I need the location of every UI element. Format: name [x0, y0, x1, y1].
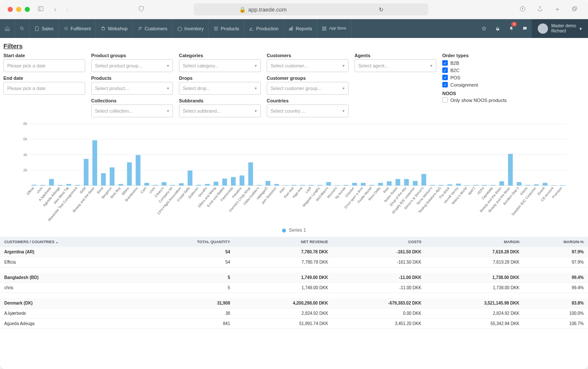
bar[interactable]: [361, 183, 366, 186]
order-type-checkbox-consignment[interactable]: ✓: [442, 82, 448, 87]
bar[interactable]: [300, 185, 305, 186]
bar[interactable]: [179, 183, 184, 186]
bar[interactable]: [378, 183, 383, 186]
sidebar-toggle-icon[interactable]: [35, 4, 46, 15]
bar[interactable]: [447, 184, 452, 186]
table-row[interactable]: A.kjærbede382,824.92 DKK0.00 DKK2,824.92…: [0, 308, 588, 319]
product-groups-select[interactable]: Select product group...: [91, 59, 173, 72]
bell-icon[interactable]: 3: [504, 19, 518, 38]
download-icon[interactable]: [517, 4, 528, 15]
bar[interactable]: [525, 185, 530, 186]
bar[interactable]: [84, 159, 89, 186]
address-bar[interactable]: 🔒 app.traede.com ↻: [194, 3, 428, 15]
bar[interactable]: [127, 163, 132, 186]
bar[interactable]: [560, 185, 565, 186]
bar[interactable]: [291, 185, 296, 186]
bar[interactable]: [326, 182, 331, 186]
bar[interactable]: [335, 185, 340, 186]
bar[interactable]: [239, 175, 244, 186]
window-minimize[interactable]: [16, 7, 21, 12]
reload-icon[interactable]: ↻: [379, 6, 383, 13]
customer-groups-select[interactable]: Select customer group...: [267, 82, 349, 95]
bar[interactable]: [369, 185, 374, 186]
table-header[interactable]: CUSTOMERS / COUNTRIES ⌄: [0, 237, 141, 247]
table-row[interactable]: Efficia547,780.78 DKK-161.50 DKK7,619.28…: [0, 257, 588, 267]
order-type-checkbox-b2c[interactable]: ✓: [442, 67, 448, 73]
countries-select[interactable]: Select country ...: [267, 105, 349, 117]
bar[interactable]: [161, 182, 166, 186]
bar[interactable]: [395, 179, 400, 186]
bar[interactable]: [187, 171, 192, 186]
nav-app-store[interactable]: App Store: [317, 19, 351, 38]
bar[interactable]: [66, 184, 71, 186]
nav-home[interactable]: [0, 19, 15, 38]
bar[interactable]: [49, 179, 54, 186]
bar[interactable]: [170, 185, 175, 186]
table-row[interactable]: Argentina (AR)547,780.78 DKK-161.50 DKK7…: [0, 247, 588, 257]
bar[interactable]: [413, 181, 418, 186]
bar[interactable]: [352, 183, 357, 186]
bar[interactable]: [118, 184, 123, 186]
bar[interactable]: [92, 140, 97, 186]
chat-icon[interactable]: [518, 19, 532, 38]
bar[interactable]: [430, 185, 435, 186]
table-row[interactable]: chris51,749.00 DKK-11.00 DKK1,738.00 DKK…: [0, 283, 588, 293]
bar[interactable]: [274, 184, 279, 186]
tabs-icon[interactable]: [569, 4, 580, 15]
categories-select[interactable]: Select category...: [179, 59, 261, 72]
nav-fulfilment[interactable]: Fulfilment: [59, 19, 96, 38]
bar[interactable]: [222, 179, 227, 186]
bar[interactable]: [517, 182, 522, 186]
customers-select[interactable]: Select customer...: [267, 59, 349, 72]
fire-icon[interactable]: [491, 19, 504, 38]
bar[interactable]: [248, 163, 253, 186]
user-menu[interactable]: Master demo Richard ▾: [532, 19, 588, 38]
collections-select[interactable]: Select collection...: [91, 105, 173, 117]
noos-checkbox[interactable]: [442, 97, 448, 103]
nav-sales[interactable]: Sales: [30, 19, 59, 38]
bar[interactable]: [144, 183, 149, 186]
table-row[interactable]: Denmark (DK)31,9084,200,298.00 DKK-679,3…: [0, 298, 588, 308]
bar[interactable]: [40, 185, 45, 186]
bar[interactable]: [75, 185, 80, 186]
products-select[interactable]: Select product...: [91, 82, 173, 95]
bar[interactable]: [283, 185, 288, 186]
table-row[interactable]: Agueda Adeuga84151,891.74 DKK3,451.20 DK…: [0, 319, 588, 329]
bar[interactable]: [473, 185, 478, 186]
bar[interactable]: [317, 185, 322, 186]
nav-products[interactable]: Products: [209, 19, 244, 38]
bar[interactable]: [404, 179, 409, 186]
shield-icon[interactable]: [135, 4, 147, 15]
bar[interactable]: [205, 184, 210, 186]
order-type-checkbox-pos[interactable]: ✓: [442, 75, 448, 80]
nav-customers[interactable]: Customers: [133, 19, 173, 38]
bar[interactable]: [231, 177, 236, 186]
bar[interactable]: [110, 167, 114, 186]
bar[interactable]: [153, 185, 158, 186]
start-date-input[interactable]: Please pick a date: [3, 59, 85, 72]
subbrands-select[interactable]: Select subbrand...: [179, 105, 261, 117]
back-icon[interactable]: ‹: [52, 4, 59, 15]
bar[interactable]: [534, 184, 539, 186]
window-maximize[interactable]: [25, 7, 30, 12]
window-close[interactable]: [8, 7, 13, 12]
bar[interactable]: [482, 185, 487, 186]
drops-select[interactable]: Select drop...: [179, 82, 261, 95]
bar[interactable]: [543, 183, 548, 186]
bar[interactable]: [257, 185, 262, 186]
table-row[interactable]: Bangladesh (BD)51,749.00 DKK-11.00 DKK1,…: [0, 273, 588, 283]
bar[interactable]: [58, 185, 63, 186]
bar[interactable]: [421, 174, 426, 186]
bar[interactable]: [499, 181, 504, 186]
bar[interactable]: [491, 185, 496, 186]
bar[interactable]: [101, 173, 106, 186]
nav-search[interactable]: [15, 19, 30, 38]
bar[interactable]: [196, 185, 201, 186]
share-icon[interactable]: [534, 4, 546, 15]
bar[interactable]: [32, 185, 37, 186]
bar[interactable]: [213, 182, 218, 186]
bar[interactable]: [135, 155, 140, 186]
bar[interactable]: [465, 185, 470, 186]
nav-production[interactable]: Production: [244, 19, 284, 38]
nav-reports[interactable]: Reports: [284, 19, 317, 38]
